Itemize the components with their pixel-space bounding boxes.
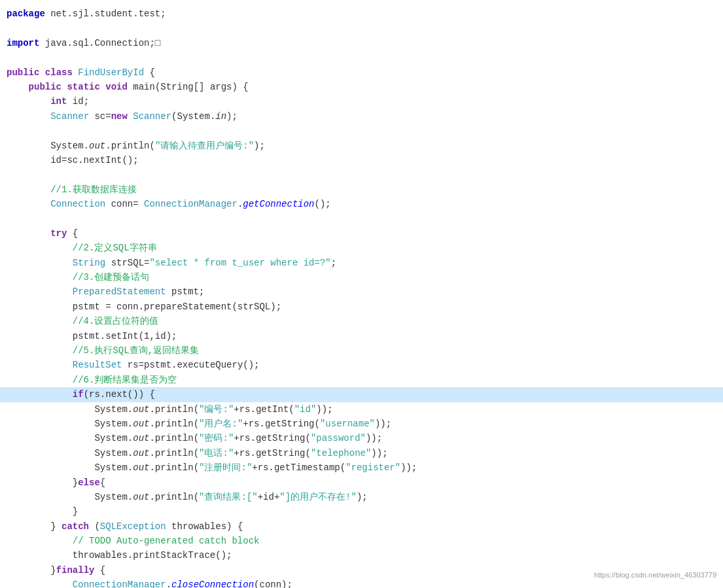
token-type: String xyxy=(73,258,105,268)
token-plain xyxy=(73,67,78,78)
token-plain xyxy=(7,389,73,400)
line-content: System.out.println("用户名:"+rs.getString("… xyxy=(7,417,716,431)
code-line: System.out.println("用户名:"+rs.getString("… xyxy=(0,417,723,431)
token-type: Scanner xyxy=(50,111,89,122)
token-plain: .println( xyxy=(149,462,199,473)
token-plain: } xyxy=(7,521,62,532)
token-str: "注册时间:" xyxy=(199,462,252,473)
token-plain: )); xyxy=(400,462,417,473)
token-plain: +rs.getInt( xyxy=(234,404,294,415)
code-line: pstmt.setInt(1,id); xyxy=(0,329,723,343)
code-line: System.out.println("密码:"+rs.getString("p… xyxy=(0,431,723,445)
token-plain: throwables) { xyxy=(166,521,243,532)
token-plain: )); xyxy=(316,404,332,415)
line-content: pstmt.setInt(1,id); xyxy=(7,329,716,343)
line-content: System.out.println("编号:"+rs.getInt("id")… xyxy=(7,402,716,417)
line-content: System.out.println("请输入待查用户编号:"); xyxy=(7,139,716,153)
code-line: public class FindUserById { xyxy=(0,65,723,80)
code-line xyxy=(0,124,723,138)
code-line: public static void main(String[] args) { xyxy=(0,80,723,94)
token-plain: (); xyxy=(315,199,331,209)
token-plain: ); xyxy=(357,492,368,502)
token-method: closeConnection xyxy=(171,579,254,588)
token-plain xyxy=(7,82,29,92)
line-content: } xyxy=(7,504,716,519)
code-line xyxy=(0,167,723,182)
token-str: "username" xyxy=(320,419,375,429)
code-line: try { xyxy=(0,226,723,241)
token-kw2: package xyxy=(7,9,45,19)
token-kw: new xyxy=(111,111,128,122)
token-out-italic: out xyxy=(133,462,149,473)
token-kw: else xyxy=(78,477,100,488)
token-plain: )); xyxy=(366,433,382,443)
token-plain: conn= xyxy=(105,199,144,209)
token-plain: id=sc.nextInt(); xyxy=(7,155,139,165)
line-content: Scanner sc=new Scanner(System.in); xyxy=(7,109,716,124)
line-content: //5.执行SQL查询,返回结果集 xyxy=(7,343,716,358)
line-content: if(rs.next()) { xyxy=(7,387,716,402)
token-plain: ; xyxy=(331,258,336,268)
token-plain xyxy=(7,111,50,122)
token-method: getConnection xyxy=(243,199,314,209)
token-type: ConnectionManager xyxy=(73,579,166,588)
token-kw: class xyxy=(45,67,73,78)
token-plain: sc= xyxy=(89,111,111,122)
line-content: //1.获取数据库连接 xyxy=(7,182,716,197)
line-content: System.out.println("注册时间:"+rs.getTimesta… xyxy=(7,460,716,475)
token-str: "]的用户不存在!" xyxy=(279,492,357,502)
token-plain: +rs.getString( xyxy=(234,448,311,458)
token-kw: public xyxy=(7,67,39,78)
token-plain: id; xyxy=(67,96,89,107)
token-plain xyxy=(7,96,50,107)
line-content: System.out.println("查询结果:["+id+"]的用户不存在!… xyxy=(7,490,716,504)
code-line: //6.判断结果集是否为空 xyxy=(0,373,723,387)
code-line xyxy=(0,211,723,226)
line-content: System.out.println("密码:"+rs.getString("p… xyxy=(7,431,716,445)
token-str: "编号:" xyxy=(199,404,234,415)
token-plain: System. xyxy=(7,448,133,458)
token-kw: try xyxy=(50,228,67,239)
token-plain: (rs.next()) { xyxy=(84,389,155,400)
token-comment: //5.执行SQL查询,返回结果集 xyxy=(7,345,199,356)
token-plain: System. xyxy=(7,419,133,429)
token-plain: rs=pstmt.executeQuery(); xyxy=(122,360,259,370)
token-plain: ); xyxy=(226,111,238,122)
code-line xyxy=(0,21,723,35)
token-str: "用户名:" xyxy=(199,419,243,429)
token-str: "电话:" xyxy=(199,448,234,458)
code-line: Connection conn= ConnectionManager.getCo… xyxy=(0,197,723,211)
token-str: "select * from t_user where id=?" xyxy=(149,258,330,268)
token-plain: { xyxy=(67,228,78,239)
token-plain: { xyxy=(100,477,105,488)
code-line: } catch (SQLException throwables) { xyxy=(0,519,723,534)
token-str: "telephone" xyxy=(311,448,371,458)
token-comment: // TODO Auto-generated catch block xyxy=(7,536,259,546)
token-plain xyxy=(7,199,50,209)
token-plain xyxy=(100,82,105,92)
token-out-italic: in xyxy=(215,111,226,122)
token-plain xyxy=(7,360,73,370)
line-content: throwables.printStackTrace(); xyxy=(7,548,716,562)
token-str: "password" xyxy=(311,433,366,443)
code-line: //5.执行SQL查询,返回结果集 xyxy=(0,343,723,358)
token-plain: pstmt.setInt(1,id); xyxy=(7,331,177,341)
token-plain: } xyxy=(7,506,78,517)
code-line: } xyxy=(0,504,723,519)
token-plain: . xyxy=(166,579,171,588)
code-line: if(rs.next()) { xyxy=(0,387,723,402)
line-content: System.out.println("电话:"+rs.getString("t… xyxy=(7,446,716,460)
token-plain: (conn); xyxy=(254,579,292,588)
line-content: id=sc.nextInt(); xyxy=(7,153,716,167)
code-line: //3.创建预备话句 xyxy=(0,270,723,285)
line-content: String strSQL="select * from t_user wher… xyxy=(7,256,716,270)
token-plain: .println( xyxy=(149,448,199,458)
token-plain: ); xyxy=(254,141,265,151)
line-content: try { xyxy=(7,226,716,241)
line-content: //6.判断结果集是否为空 xyxy=(7,373,716,387)
token-type: SQLException xyxy=(100,521,166,532)
token-comment: //2.定义SQL字符串 xyxy=(7,243,157,253)
line-content: // TODO Auto-generated catch block xyxy=(7,534,716,548)
token-kw: int xyxy=(50,96,67,107)
token-plain: { xyxy=(94,565,105,576)
